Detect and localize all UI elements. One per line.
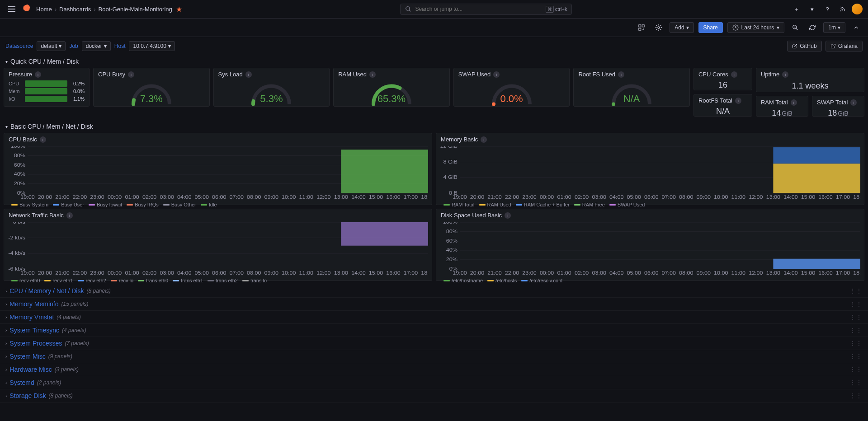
legend-item[interactable]: RAM Used xyxy=(479,202,511,207)
legend-item[interactable]: /etc/hosts xyxy=(487,278,517,283)
user-avatar[interactable] xyxy=(852,4,863,14)
drag-handle-icon[interactable]: ⋮⋮ xyxy=(850,301,863,307)
collapsed-section-row[interactable]: › System Misc (9 panels) ⋮⋮ xyxy=(0,350,868,363)
legend-item[interactable]: /etc/hostname xyxy=(443,278,483,283)
breadcrumb-current[interactable]: Boot-Genie-Main-Monitoring xyxy=(98,6,172,13)
legend-item[interactable]: Busy User xyxy=(53,202,84,207)
legend-item[interactable]: /etc/resolv.conf xyxy=(521,278,562,283)
drag-handle-icon[interactable]: ⋮⋮ xyxy=(850,379,863,386)
info-icon[interactable]: i xyxy=(505,212,511,219)
search-box[interactable]: ⌘ ctrl+k xyxy=(400,4,572,15)
info-icon[interactable]: i xyxy=(245,71,252,78)
breadcrumb-dashboards[interactable]: Dashboards xyxy=(59,6,91,13)
help-icon[interactable]: ? xyxy=(821,3,834,15)
info-icon[interactable]: i xyxy=(735,98,741,104)
legend-item[interactable]: recv eth1 xyxy=(44,278,73,283)
github-link[interactable]: GitHub xyxy=(787,41,821,51)
drag-handle-icon[interactable]: ⋮⋮ xyxy=(850,366,863,373)
disk-basic-panel[interactable]: Disk Space Used Basici 0%20%40%60%80%100… xyxy=(436,209,864,281)
pressure-panel[interactable]: Pressure i CPU 0.2%Mem 0.0%I/O 1.1% xyxy=(4,68,90,107)
legend-item[interactable]: trans lo xyxy=(242,278,267,283)
swap-used-panel[interactable]: SWAP Usedi 0.0% xyxy=(453,68,570,107)
kiosk-icon[interactable] xyxy=(850,21,863,34)
refresh-interval-picker[interactable]: 1m ▾ xyxy=(823,22,845,33)
cpu-busy-panel[interactable]: CPU Busyi 7.3% xyxy=(93,68,210,107)
legend-item[interactable]: recv eth2 xyxy=(78,278,106,283)
drag-handle-icon[interactable]: ⋮⋮ xyxy=(850,340,863,346)
swap-total-panel[interactable]: SWAP Totali 18GiB xyxy=(812,96,864,117)
info-icon[interactable]: i xyxy=(481,136,487,143)
drag-handle-icon[interactable]: ⋮⋮ xyxy=(850,393,863,399)
var-host-select[interactable]: 10.0.7.4:9100 ▾ xyxy=(129,41,175,51)
collapsed-section-row[interactable]: › Hardware Misc (3 panels) ⋮⋮ xyxy=(0,363,868,376)
cpu-cores-panel[interactable]: CPU Coresi 16 xyxy=(693,68,752,90)
add-chevron-icon[interactable]: ▾ xyxy=(806,3,818,15)
memory-basic-panel[interactable]: Memory Basici 0 B4 GiB8 GiB12 GiB19:0020… xyxy=(436,133,864,205)
legend-item[interactable]: recv lo xyxy=(111,278,133,283)
var-datasource-select[interactable]: default ▾ xyxy=(37,41,66,51)
collapsed-section-row[interactable]: › System Processes (7 panels) ⋮⋮ xyxy=(0,337,868,350)
collapsed-section-row[interactable]: › CPU / Memory / Net / Disk (8 panels) ⋮… xyxy=(0,285,868,298)
info-icon[interactable]: i xyxy=(782,71,788,78)
rootfs-total-panel[interactable]: RootFS Totali N/A xyxy=(693,94,752,117)
legend-item[interactable]: RAM Total xyxy=(443,202,475,207)
favorite-star-icon[interactable]: ★ xyxy=(176,5,182,14)
legend-item[interactable]: Busy Iowait xyxy=(89,202,122,207)
var-job-label[interactable]: Job xyxy=(69,43,78,49)
drag-handle-icon[interactable]: ⋮⋮ xyxy=(850,353,863,360)
drag-handle-icon[interactable]: ⋮⋮ xyxy=(850,288,863,294)
panel-add-icon[interactable] xyxy=(635,21,648,34)
grafana-link[interactable]: Grafana xyxy=(826,41,863,51)
add-button[interactable]: Add ▾ xyxy=(670,22,693,33)
info-icon[interactable]: i xyxy=(791,99,797,106)
info-icon[interactable]: i xyxy=(493,71,500,78)
legend-item[interactable]: Idle xyxy=(201,202,217,207)
info-icon[interactable]: i xyxy=(40,136,46,143)
section-basic-header[interactable]: ▾ Basic CPU / Mem / Net / Disk xyxy=(0,120,868,133)
time-range-picker[interactable]: Last 24 hours ▾ xyxy=(727,22,785,33)
var-job-select[interactable]: docker ▾ xyxy=(82,41,111,51)
legend-item[interactable]: recv eth0 xyxy=(11,278,40,283)
info-icon[interactable]: i xyxy=(369,71,376,78)
collapsed-section-row[interactable]: › System Timesync (4 panels) ⋮⋮ xyxy=(0,324,868,337)
root-fs-panel[interactable]: Root FS Usedi N/A xyxy=(573,68,690,107)
info-icon[interactable]: i xyxy=(618,71,624,78)
search-input[interactable] xyxy=(415,6,542,12)
legend-item[interactable]: trans eth2 xyxy=(208,278,238,283)
legend-item[interactable]: Busy Other xyxy=(163,202,196,207)
legend-item[interactable]: RAM Cache + Buffer xyxy=(516,202,570,207)
refresh-icon[interactable] xyxy=(806,21,819,34)
zoom-out-icon[interactable] xyxy=(789,21,802,34)
legend-item[interactable]: RAM Free xyxy=(574,202,605,207)
info-icon[interactable]: i xyxy=(731,71,737,78)
breadcrumb-home[interactable]: Home xyxy=(36,6,52,13)
menu-toggle-button[interactable] xyxy=(5,4,18,14)
legend-item[interactable]: Busy IRQs xyxy=(127,202,159,207)
collapsed-section-row[interactable]: › Memory Meminfo (15 panels) ⋮⋮ xyxy=(0,298,868,311)
info-icon[interactable]: i xyxy=(66,212,73,219)
legend-item[interactable]: Busy System xyxy=(11,202,48,207)
legend-item[interactable]: SWAP Used xyxy=(609,202,645,207)
settings-icon[interactable] xyxy=(652,21,665,34)
var-datasource-label[interactable]: Datasource xyxy=(5,43,33,49)
sys-load-panel[interactable]: Sys Loadi 5.3% xyxy=(213,68,330,107)
info-icon[interactable]: i xyxy=(850,99,857,106)
ram-used-panel[interactable]: RAM Usedi 65.3% xyxy=(333,68,450,107)
uptime-panel[interactable]: Uptimei 1.1 weeks xyxy=(756,68,864,92)
var-host-label[interactable]: Host xyxy=(114,43,126,49)
drag-handle-icon[interactable]: ⋮⋮ xyxy=(850,314,863,320)
add-menu-button[interactable]: + xyxy=(790,3,803,15)
legend-item[interactable]: trans eth1 xyxy=(173,278,203,283)
collapsed-section-row[interactable]: › Memory Vmstat (4 panels) ⋮⋮ xyxy=(0,311,868,324)
section-quick-header[interactable]: ▾ Quick CPU / Mem / Disk xyxy=(0,55,868,68)
legend-item[interactable]: trans eth0 xyxy=(138,278,168,283)
ram-total-panel[interactable]: RAM Totali 14GiB xyxy=(756,96,808,117)
collapsed-section-row[interactable]: › Systemd (2 panels) ⋮⋮ xyxy=(0,376,868,389)
share-button[interactable]: Share xyxy=(698,22,723,33)
network-basic-panel[interactable]: Network Traffic Basici -6 kb/s-4 kb/s-2 … xyxy=(4,209,432,281)
news-icon[interactable] xyxy=(836,3,849,15)
drag-handle-icon[interactable]: ⋮⋮ xyxy=(850,327,863,333)
info-icon[interactable]: i xyxy=(128,71,134,78)
info-icon[interactable]: i xyxy=(35,71,41,78)
collapsed-section-row[interactable]: › Storage Disk (8 panels) ⋮⋮ xyxy=(0,389,868,402)
